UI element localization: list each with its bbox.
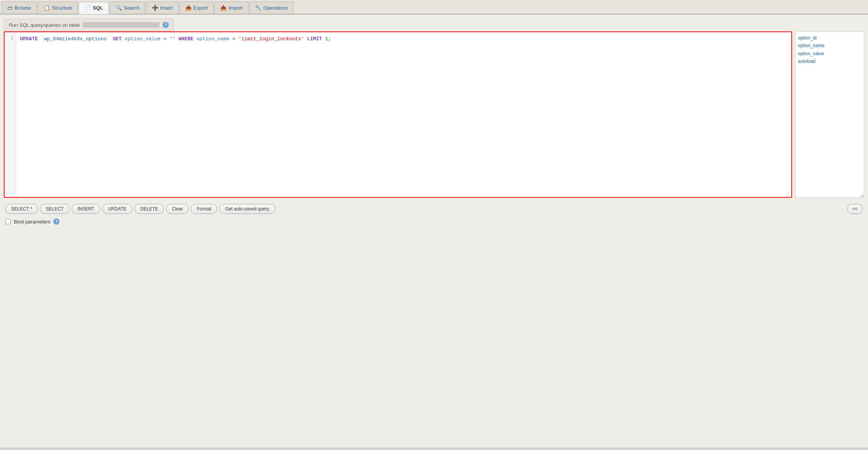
sql-editor-inner: 1 UPDATE `wp_84mzle4k8x_options` SET opt… xyxy=(5,32,791,197)
query-header-label: Run SQL query/queries on table xyxy=(9,22,80,28)
nav-tab-import[interactable]: 📥Import xyxy=(214,2,248,14)
export-icon: 📤 xyxy=(185,5,192,11)
sql-icon: 📄 xyxy=(84,5,91,11)
footer-bar: Delimiter Show this query here again Ret… xyxy=(0,448,868,450)
column-item-option_name[interactable]: option_name xyxy=(798,42,861,49)
line-numbers: 1 xyxy=(5,32,16,197)
delete-button[interactable]: DELETE xyxy=(135,204,164,214)
insert-button[interactable]: INSERT xyxy=(72,204,100,214)
sql-code-area[interactable]: UPDATE `wp_84mzle4k8x_options` SET optio… xyxy=(16,32,791,197)
bind-row: Bind parameters ? xyxy=(4,217,864,228)
operations-icon: 🔧 xyxy=(255,5,261,11)
select-star-button[interactable]: SELECT * xyxy=(5,204,38,214)
nav-tab-label-operations: Operations xyxy=(263,5,288,11)
nav-tabs: 🗃Browse📋Structure📄SQL🔍Search➕Insert📤Expo… xyxy=(0,0,868,15)
clear-button[interactable]: Clear xyxy=(166,204,189,214)
nav-tab-label-insert: Insert xyxy=(160,5,173,11)
update-button[interactable]: UPDATE xyxy=(102,204,132,214)
nav-tab-sql[interactable]: 📄SQL xyxy=(79,2,109,14)
format-button[interactable]: Format xyxy=(191,204,217,214)
collapse-button[interactable]: << xyxy=(847,204,863,214)
column-item-option_value[interactable]: option_value xyxy=(798,50,861,57)
nav-tab-label-browse: Browse xyxy=(15,5,31,11)
main-content: Run SQL query/queries on table ? 1 UPDAT… xyxy=(0,15,868,448)
nav-tab-label-import: Import xyxy=(229,5,243,11)
nav-tab-operations[interactable]: 🔧Operations xyxy=(249,2,294,14)
editor-container: 1 UPDATE `wp_84mzle4k8x_options` SET opt… xyxy=(4,31,864,198)
select-button[interactable]: SELECT xyxy=(40,204,69,214)
nav-tab-label-export: Export xyxy=(194,5,208,11)
get-autosaved-button[interactable]: Get auto-saved query xyxy=(219,204,275,214)
nav-tab-structure[interactable]: 📋Structure xyxy=(38,2,78,14)
column-list-panel: option_idoption_nameoption_valueautoload xyxy=(795,31,864,198)
nav-tab-label-search: Search xyxy=(124,5,140,11)
browse-icon: 🗃 xyxy=(7,5,13,11)
column-item-option_id[interactable]: option_id xyxy=(798,34,861,42)
query-header: Run SQL query/queries on table ? xyxy=(4,18,174,31)
search-icon: 🔍 xyxy=(115,5,122,11)
bind-parameters-checkbox[interactable] xyxy=(5,219,11,224)
sql-editor-wrapper: 1 UPDATE `wp_84mzle4k8x_options` SET opt… xyxy=(4,31,792,198)
nav-tab-label-sql: SQL xyxy=(93,5,103,11)
structure-icon: 📋 xyxy=(43,5,50,11)
nav-tab-browse[interactable]: 🗃Browse xyxy=(2,2,37,14)
bind-parameters-label: Bind parameters xyxy=(14,219,50,225)
nav-tab-export[interactable]: 📤Export xyxy=(179,2,214,14)
import-icon: 📥 xyxy=(220,5,227,11)
column-item-autoload[interactable]: autoload xyxy=(798,57,861,65)
nav-tab-search[interactable]: 🔍Search xyxy=(110,2,145,14)
line-number-1: 1 xyxy=(7,35,13,41)
nav-tab-insert[interactable]: ➕Insert xyxy=(146,2,179,14)
nav-tab-label-structure: Structure xyxy=(52,5,72,11)
bind-params-help-icon[interactable]: ? xyxy=(53,218,59,225)
help-icon[interactable]: ? xyxy=(163,22,169,28)
insert-icon: ➕ xyxy=(152,5,158,11)
toolbar: SELECT *SELECTINSERTUPDATEDELETEClearFor… xyxy=(4,201,864,217)
resize-handle[interactable]: ⟘ xyxy=(787,192,791,196)
table-name-blurred xyxy=(83,22,159,28)
